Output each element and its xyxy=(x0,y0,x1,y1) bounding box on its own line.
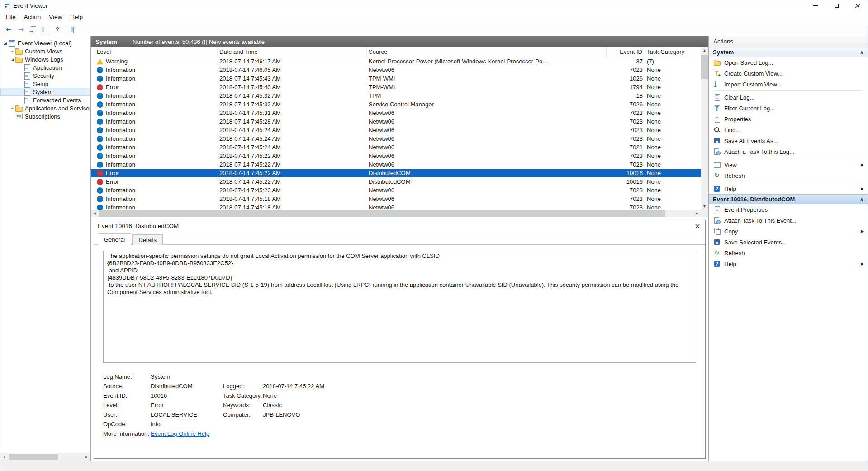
action-item[interactable]: Attach Task To This Event... xyxy=(709,215,868,226)
scroll-up-arrow-icon[interactable]: ▲ xyxy=(701,47,708,54)
scroll-left-arrow-icon[interactable]: ◀ xyxy=(91,210,98,217)
event-row[interactable]: Information 2018-07-14 7:45:32 AM Servic… xyxy=(91,100,701,109)
column-header-date-time[interactable]: Date and Time xyxy=(218,47,367,57)
tree-item[interactable]: Applications and Services Lo xyxy=(0,104,90,112)
scroll-right-arrow-icon[interactable]: ▶ xyxy=(83,453,90,461)
detail-tab[interactable]: General xyxy=(98,233,131,245)
event-row[interactable]: Information 2018-07-14 7:45:43 AM TPM-WM… xyxy=(91,74,701,83)
event-id-cell: 1794 xyxy=(607,83,645,91)
scroll-track[interactable] xyxy=(8,453,83,461)
column-header-task-category[interactable]: Task Category xyxy=(645,47,701,57)
action-item[interactable]: Create Custom View... xyxy=(709,68,868,79)
tree-expander-icon[interactable] xyxy=(2,41,8,45)
event-log-online-help-link[interactable]: Event Log Online Help xyxy=(151,430,209,437)
action-item[interactable]: Save All Events As... xyxy=(709,135,868,146)
scroll-track[interactable] xyxy=(701,54,708,203)
menu-item[interactable]: File xyxy=(2,12,20,22)
tree-item[interactable]: Security xyxy=(0,71,90,80)
detail-tab[interactable]: Details xyxy=(132,234,163,245)
event-level-text: Error xyxy=(106,178,119,185)
toolbar-button[interactable] xyxy=(64,24,76,35)
event-row[interactable]: Information 2018-07-14 7:45:20 AM Netwtw… xyxy=(91,186,701,195)
action-item[interactable]: Clear Log... xyxy=(709,92,868,103)
scroll-track[interactable] xyxy=(98,210,693,217)
event-row[interactable]: Information 2018-07-14 7:46:05 AM Netwtw… xyxy=(91,66,701,74)
scroll-thumb[interactable] xyxy=(9,454,58,460)
action-item[interactable]: Help xyxy=(709,183,868,194)
event-row[interactable]: Information 2018-07-14 7:45:22 AM Netwtw… xyxy=(91,152,701,160)
action-item[interactable]: Import Custom View... xyxy=(709,79,868,90)
event-list-container: Level Date and Time Source Event ID Task… xyxy=(91,47,708,217)
scroll-left-arrow-icon[interactable]: ◀ xyxy=(0,453,8,461)
action-item-label: Create Custom View... xyxy=(724,70,783,77)
tree-item-label: Security xyxy=(33,72,54,79)
event-row[interactable]: Information 2018-07-14 7:45:24 AM Netwtw… xyxy=(91,143,701,152)
scroll-down-arrow-icon[interactable]: ▼ xyxy=(701,203,708,210)
column-header-source[interactable]: Source xyxy=(367,47,607,57)
event-row[interactable]: Error 2018-07-14 7:45:22 AM DistributedC… xyxy=(91,177,701,186)
event-list-horizontal-scrollbar[interactable]: ◀ ▶ xyxy=(91,210,708,217)
close-detail-button[interactable] xyxy=(693,222,702,230)
action-item[interactable]: Find... xyxy=(709,124,868,135)
menu-item[interactable]: Action xyxy=(20,12,45,22)
action-item[interactable]: Save Selected Events... xyxy=(709,237,868,247)
menu-item[interactable]: Help xyxy=(66,12,87,22)
event-row[interactable]: Information 2018-07-14 7:45:31 AM Netwtw… xyxy=(91,109,701,117)
toolbar-button[interactable] xyxy=(52,24,63,35)
event-row[interactable]: Information 2018-07-14 7:45:18 AM Netwtw… xyxy=(91,195,701,203)
tree-item[interactable]: Setup xyxy=(0,80,90,88)
collapse-chevron-icon[interactable] xyxy=(860,50,863,55)
detail-pane-header: Event 10016, DistributedCOM xyxy=(94,220,705,232)
action-item[interactable]: Attach a Task To this Log... xyxy=(709,146,868,157)
action-item[interactable]: Help xyxy=(709,258,868,269)
menu-item[interactable]: View xyxy=(45,12,66,22)
actions-section-header[interactable]: Event 10016, DistributedCOM xyxy=(709,194,868,204)
toolbar-button[interactable] xyxy=(3,24,14,35)
close-button[interactable] xyxy=(847,0,868,11)
tree-expander-icon[interactable] xyxy=(9,106,15,110)
minimize-button[interactable] xyxy=(805,0,826,11)
window-title: Event Viewer xyxy=(13,2,47,9)
tree-item[interactable]: System xyxy=(0,88,90,96)
event-row[interactable]: Information 2018-07-14 7:45:24 AM Netwtw… xyxy=(91,126,701,134)
tree-item[interactable]: Subscriptions xyxy=(0,112,90,120)
tree-item[interactable]: Forwarded Events xyxy=(0,96,90,104)
toolbar-button[interactable] xyxy=(15,24,27,35)
event-level-cell: Information xyxy=(91,109,218,117)
toolbar-button[interactable] xyxy=(27,24,39,35)
action-item[interactable]: Refresh xyxy=(709,247,868,258)
action-item[interactable]: Refresh xyxy=(709,170,868,181)
column-header-event-id[interactable]: Event ID xyxy=(607,47,645,57)
event-row[interactable]: Information 2018-07-14 7:45:32 AM TPM 18… xyxy=(91,91,701,100)
event-description[interactable]: The application-specific permission sett… xyxy=(103,251,696,363)
event-list-vertical-scrollbar[interactable]: ▲ ▼ xyxy=(701,47,708,210)
tree-expander-icon[interactable] xyxy=(9,57,15,62)
event-row[interactable]: Information 2018-07-14 7:45:24 AM Netwtw… xyxy=(91,134,701,143)
action-item[interactable]: View xyxy=(709,159,868,170)
tree-item[interactable]: Custom Views xyxy=(0,47,90,55)
toolbar-button[interactable] xyxy=(39,24,51,35)
scroll-right-arrow-icon[interactable]: ▶ xyxy=(693,210,701,217)
event-row[interactable]: Information 2018-07-14 7:45:22 AM Netwtw… xyxy=(91,160,701,169)
tree-item[interactable]: Windows Logs xyxy=(0,55,90,63)
event-row[interactable]: Error 2018-07-14 7:45:40 AM TPM-WMI 1794… xyxy=(91,83,701,91)
event-row[interactable]: Information 2018-07-14 7:45:18 AM Netwtw… xyxy=(91,203,701,210)
maximize-button[interactable] xyxy=(826,0,847,11)
scroll-thumb[interactable] xyxy=(701,55,708,79)
column-header-level[interactable]: Level xyxy=(91,47,218,57)
collapse-chevron-icon[interactable] xyxy=(860,197,863,202)
action-item[interactable]: Event Properties xyxy=(709,204,868,215)
event-row[interactable]: Error 2018-07-14 7:45:22 AM DistributedC… xyxy=(91,169,701,177)
action-item[interactable]: Filter Current Log... xyxy=(709,103,868,114)
tree-horizontal-scrollbar[interactable]: ◀ ▶ xyxy=(0,453,90,461)
action-item[interactable]: Properties xyxy=(709,114,868,124)
action-item[interactable]: Copy xyxy=(709,226,868,237)
tree-expander-icon[interactable] xyxy=(9,49,15,53)
scroll-thumb[interactable] xyxy=(99,210,665,217)
action-item[interactable]: Open Saved Log... xyxy=(709,57,868,68)
event-row[interactable]: Information 2018-07-14 7:45:28 AM Netwtw… xyxy=(91,117,701,126)
tree-item[interactable]: Application xyxy=(0,63,90,71)
actions-section-header[interactable]: System xyxy=(709,47,868,57)
event-row[interactable]: Warning 2018-07-14 7:46:17 AM Kernel-Pro… xyxy=(91,57,701,66)
tree-item[interactable]: Event Viewer (Local) xyxy=(0,39,90,47)
